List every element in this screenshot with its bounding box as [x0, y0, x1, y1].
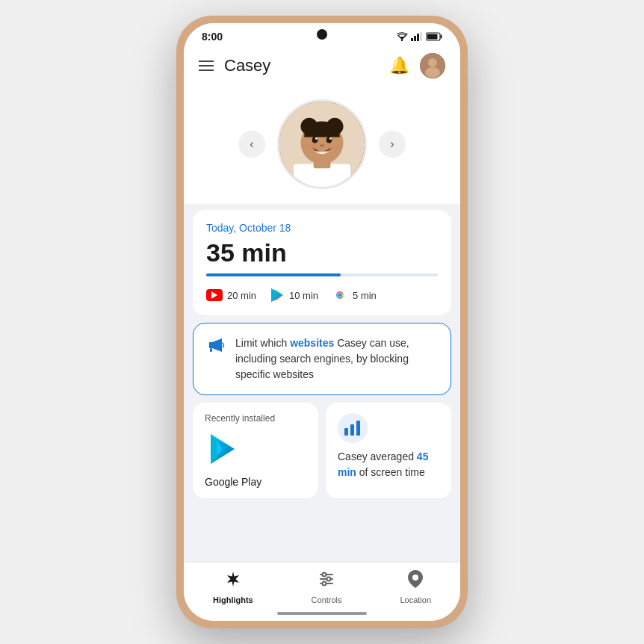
app-stat-playstore: 10 min [270, 288, 318, 303]
svg-rect-43 [356, 421, 360, 436]
recently-app-name: Google Play [205, 476, 306, 488]
top-nav: Casey 🔔 [184, 47, 460, 87]
highlights-icon [224, 570, 242, 592]
svg-point-9 [428, 58, 437, 67]
stats-time: 35 min [206, 238, 438, 267]
svg-rect-41 [344, 428, 348, 436]
svg-rect-42 [350, 424, 354, 436]
status-time: 8:00 [202, 31, 223, 43]
svg-point-49 [323, 582, 326, 586]
app-stats: 20 min [206, 287, 438, 303]
bell-icon[interactable]: 🔔 [389, 56, 409, 75]
highlights-label: Highlights [213, 595, 253, 604]
youtube-duration: 20 min [227, 290, 256, 301]
nav-highlights[interactable]: Highlights [213, 570, 253, 604]
app-stat-youtube: 20 min [206, 289, 256, 301]
home-bar [277, 612, 367, 615]
recently-installed-card[interactable]: Recently installed [193, 403, 318, 498]
hamburger-menu-icon[interactable] [199, 61, 214, 71]
nav-left: Casey [199, 56, 270, 75]
avg-text: Casey averaged 45 min of screen time [338, 449, 439, 480]
phone-frame: 8:00 [176, 16, 468, 628]
parent-avatar-image [420, 53, 445, 78]
svg-rect-4 [420, 32, 422, 41]
svg-point-22 [306, 144, 315, 150]
phone-screen: 8:00 [184, 23, 460, 621]
app-stat-chrome: 5 min [332, 287, 377, 303]
controls-icon [318, 570, 335, 592]
playstore-mini-icon [270, 288, 285, 303]
youtube-icon [206, 289, 223, 301]
bottom-cards: Recently installed [193, 403, 451, 498]
next-profile-button[interactable]: › [379, 131, 406, 158]
battery-icon [426, 32, 442, 41]
location-label: Location [400, 595, 431, 604]
svg-point-45 [323, 573, 326, 577]
google-play-icon [205, 431, 241, 467]
camera-notch [317, 29, 327, 40]
svg-rect-3 [417, 34, 419, 41]
bottom-nav: Highlights Controls [184, 562, 460, 609]
child-avatar-image [279, 99, 365, 189]
nav-right: 🔔 [389, 53, 445, 78]
wifi-icon [396, 32, 408, 41]
chrome-duration: 5 min [353, 290, 377, 301]
svg-rect-7 [427, 34, 438, 40]
child-avatar[interactable] [277, 99, 367, 189]
profile-section: ‹ [184, 87, 460, 204]
scroll-content: ‹ [184, 87, 460, 562]
nav-location[interactable]: Location [400, 570, 431, 604]
playstore-duration: 10 min [289, 290, 318, 301]
promo-card[interactable]: Limit which websites Casey can use, incl… [193, 323, 451, 395]
svg-rect-34 [210, 348, 212, 352]
svg-point-18 [329, 137, 332, 140]
stats-date: Today, October 18 [206, 222, 438, 234]
home-indicator [184, 609, 460, 621]
svg-point-33 [338, 293, 342, 297]
progress-bar [206, 273, 438, 276]
svg-rect-2 [414, 36, 416, 41]
svg-point-47 [327, 578, 331, 581]
profile-row: ‹ [238, 99, 406, 189]
stats-card: Today, October 18 35 min 20 min [193, 210, 451, 315]
svg-point-17 [315, 137, 318, 140]
avg-screen-time-card[interactable]: Casey averaged 45 min of screen time [326, 403, 451, 498]
avg-highlight: 45 min [338, 451, 428, 478]
svg-rect-6 [441, 35, 442, 39]
svg-rect-24 [301, 169, 344, 189]
parent-avatar[interactable] [420, 53, 445, 78]
svg-point-23 [329, 144, 338, 150]
recently-label: Recently installed [205, 413, 306, 424]
prev-profile-button[interactable]: ‹ [238, 131, 265, 158]
svg-point-50 [412, 575, 418, 580]
chrome-icon [332, 287, 348, 303]
signal-icon [411, 32, 423, 41]
svg-point-0 [401, 40, 403, 41]
progress-bar-fill [206, 273, 341, 276]
svg-point-10 [425, 67, 440, 78]
chart-icon [338, 413, 368, 443]
promo-text: Limit which websites Casey can use, incl… [235, 335, 437, 383]
nav-controls[interactable]: Controls [312, 570, 342, 604]
location-icon [408, 570, 423, 592]
controls-label: Controls [312, 595, 342, 604]
status-icons [396, 32, 442, 41]
svg-rect-1 [411, 38, 413, 41]
svg-point-19 [320, 144, 324, 147]
megaphone-icon [207, 337, 226, 358]
nav-title: Casey [224, 56, 270, 75]
